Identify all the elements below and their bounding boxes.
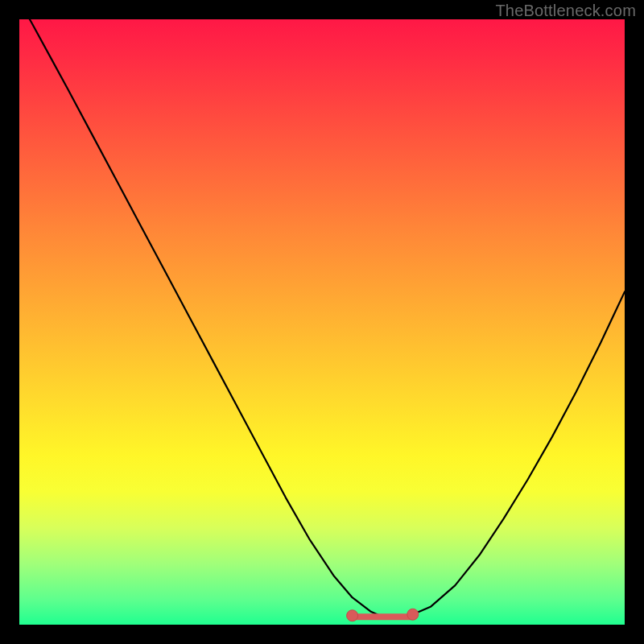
plot-area [19, 19, 625, 625]
marker-dot [407, 609, 419, 620]
marker-dot [347, 610, 358, 621]
bottleneck-curve [19, 1, 625, 617]
chart-frame: TheBottleneck.com [0, 0, 644, 644]
watermark-text: TheBottleneck.com [495, 2, 636, 20]
curve-svg [19, 19, 625, 625]
